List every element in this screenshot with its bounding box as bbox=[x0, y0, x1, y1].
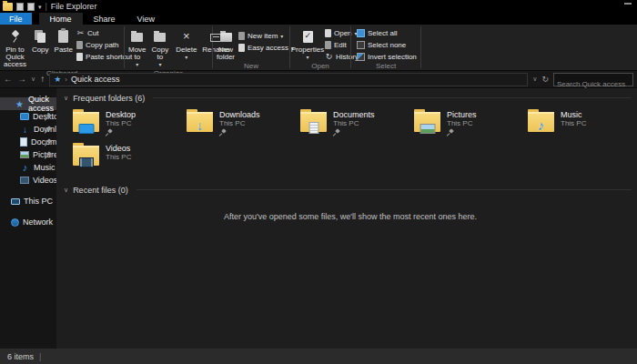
folder-tile[interactable]: Desktop This PC bbox=[64, 106, 177, 139]
folder-icon bbox=[73, 146, 99, 166]
new-folder-button[interactable]: New folder bbox=[215, 27, 237, 62]
folder-tile[interactable]: Music This PC bbox=[519, 106, 632, 139]
sidebar-item[interactable]: Pictures bbox=[0, 148, 56, 161]
folder-tile-location: This PC bbox=[106, 119, 136, 128]
tab-share[interactable]: Share bbox=[83, 13, 126, 25]
recent-locations-caret-icon[interactable]: ∨ bbox=[31, 76, 35, 83]
select-none-icon bbox=[357, 41, 365, 49]
pinned-icon bbox=[45, 139, 51, 146]
copy-to-button[interactable]: Copy to ▾ bbox=[150, 27, 171, 69]
collapse-chevron-icon[interactable]: ∨ bbox=[64, 95, 68, 102]
folder-tile-location: This PC bbox=[561, 119, 586, 128]
folder-tile-name: Videos bbox=[106, 144, 131, 153]
ribbon-tabs: File Home Share View bbox=[0, 13, 637, 25]
recent-files-empty-message: After you've opened some files, we'll sh… bbox=[64, 212, 637, 221]
copy-button[interactable]: Copy bbox=[30, 27, 51, 55]
invert-selection-icon bbox=[357, 53, 365, 61]
sidebar-item[interactable]: Quick access bbox=[0, 97, 56, 110]
sidebar-item[interactable]: Desktop bbox=[0, 110, 56, 123]
pinned-icon bbox=[45, 126, 51, 133]
search-box[interactable] bbox=[553, 73, 633, 86]
copy-path-icon bbox=[76, 41, 83, 49]
folder-overlay-icon bbox=[420, 124, 435, 134]
back-button[interactable]: ← bbox=[4, 75, 13, 84]
ribbon-group-select: Select all Select none Invert selection … bbox=[351, 25, 420, 70]
invert-selection-button[interactable]: Invert selection bbox=[357, 52, 417, 62]
up-button[interactable]: ↑ bbox=[40, 75, 45, 84]
breadcrumb[interactable]: Quick access bbox=[71, 75, 120, 84]
delete-caret-icon: ▾ bbox=[185, 54, 187, 61]
folder-tile-location: This PC bbox=[106, 153, 131, 162]
paste-button[interactable]: Paste bbox=[53, 27, 75, 55]
folder-tile[interactable]: Pictures This PC bbox=[405, 106, 519, 139]
section-divider bbox=[153, 97, 632, 98]
tab-view[interactable]: View bbox=[126, 13, 166, 25]
ribbon: Pin to Quick access Copy Paste ✂ Cut Cop… bbox=[0, 25, 637, 71]
minimize-button[interactable] bbox=[624, 3, 632, 5]
frequent-folders-label: Frequent folders (6) bbox=[73, 94, 145, 103]
item-count: 6 items bbox=[7, 352, 34, 361]
move-to-button[interactable]: Move to ▾ bbox=[126, 27, 148, 69]
properties-icon bbox=[303, 31, 313, 43]
content-pane: ∨ Frequent folders (6) Desktop This PC bbox=[56, 88, 637, 349]
refresh-icon[interactable]: ↻ bbox=[541, 75, 549, 84]
breadcrumb-separator-icon: › bbox=[65, 76, 67, 84]
new-item-button[interactable]: New item ▾ bbox=[238, 31, 294, 41]
folder-tile[interactable]: Videos This PC bbox=[64, 139, 177, 173]
address-bar[interactable]: ★ › Quick access bbox=[49, 73, 528, 86]
select-all-icon bbox=[357, 29, 365, 37]
properties-button[interactable]: Properties ▾ bbox=[292, 27, 323, 62]
forward-button[interactable]: → bbox=[17, 75, 26, 84]
collapse-chevron-icon[interactable]: ∨ bbox=[64, 187, 68, 194]
paste-shortcut-icon bbox=[76, 53, 83, 61]
folder-icon bbox=[300, 112, 327, 132]
window-title: File Explorer bbox=[51, 2, 97, 11]
sidebar-item[interactable]: Network bbox=[0, 216, 56, 228]
recent-files-header[interactable]: ∨ Recent files (0) bbox=[64, 184, 632, 196]
sidebar-item-label: Videos bbox=[33, 176, 56, 185]
qat-new-folder-icon[interactable] bbox=[27, 3, 35, 11]
pin-to-quick-access-button[interactable]: Pin to Quick access bbox=[2, 27, 28, 69]
sidebar-item[interactable]: Downloads bbox=[0, 123, 56, 136]
folder-overlay-icon bbox=[308, 122, 318, 134]
group-label-select: Select bbox=[351, 62, 420, 72]
folder-icon bbox=[73, 112, 99, 132]
pinned-icon bbox=[333, 129, 340, 136]
folder-icon bbox=[414, 112, 440, 132]
sidebar-item[interactable]: Documents bbox=[0, 136, 56, 148]
qat-customize-caret-icon[interactable]: ▾ bbox=[38, 3, 42, 11]
select-none-button[interactable]: Select none bbox=[357, 40, 417, 50]
select-all-button[interactable]: Select all bbox=[357, 28, 417, 38]
sidebar-item[interactable]: Music bbox=[0, 161, 56, 174]
sidebar-item[interactable]: Videos bbox=[0, 174, 56, 187]
copy-to-caret-icon: ▾ bbox=[158, 61, 161, 68]
copy-icon bbox=[35, 30, 46, 43]
address-dropdown-caret-icon[interactable]: ∨ bbox=[532, 76, 537, 83]
sidebar-item-icon bbox=[20, 163, 30, 173]
qat-properties-icon[interactable] bbox=[16, 3, 24, 11]
ribbon-group-clipboard: Pin to Quick access Copy Paste ✂ Cut Cop… bbox=[0, 25, 124, 70]
pin-icon bbox=[10, 30, 19, 43]
copy-to-icon bbox=[154, 33, 166, 42]
easy-access-button[interactable]: Easy access ▾ bbox=[238, 43, 294, 53]
tab-file[interactable]: File bbox=[0, 13, 32, 25]
folder-tile[interactable]: Documents This PC bbox=[291, 106, 405, 139]
frequent-folders-header[interactable]: ∨ Frequent folders (6) bbox=[64, 92, 632, 104]
folder-tile[interactable]: Downloads This PC bbox=[177, 106, 291, 139]
titlebar-separator: | bbox=[46, 2, 47, 11]
new-item-caret-icon: ▾ bbox=[280, 33, 283, 39]
properties-caret-icon: ▾ bbox=[306, 54, 308, 61]
sidebar-item-icon bbox=[11, 218, 19, 227]
sidebar-item[interactable]: This PC bbox=[0, 195, 56, 207]
folder-overlay-icon bbox=[197, 117, 203, 134]
pinned-icon bbox=[106, 129, 113, 136]
delete-button[interactable]: × Delete ▾ bbox=[174, 27, 198, 62]
sidebar-item-icon bbox=[20, 151, 29, 158]
folder-overlay-icon bbox=[79, 157, 94, 167]
folder-tile-name: Downloads bbox=[219, 110, 260, 119]
group-label-open: Open bbox=[290, 62, 350, 72]
group-label-new: New bbox=[213, 62, 289, 72]
pinned-icon bbox=[447, 129, 454, 136]
tab-home[interactable]: Home bbox=[39, 13, 83, 25]
status-bar: 6 items | bbox=[0, 349, 637, 364]
